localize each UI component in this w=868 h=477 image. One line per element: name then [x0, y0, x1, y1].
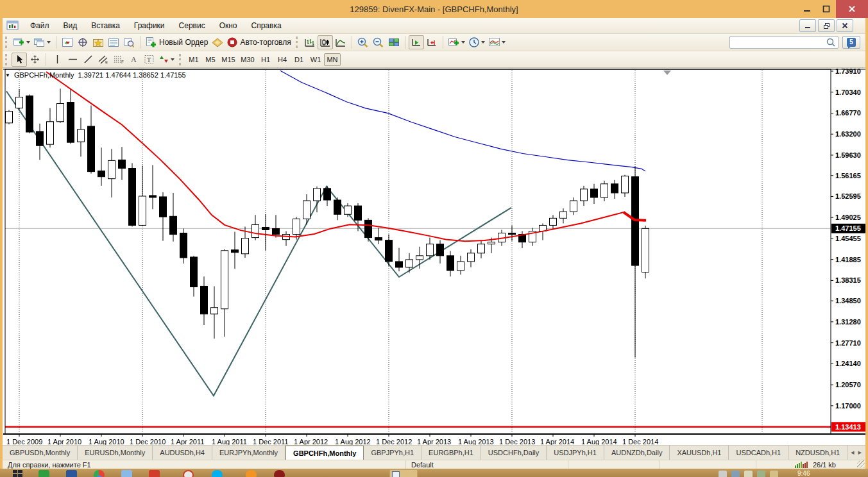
zoom-out-button[interactable]: [371, 35, 386, 49]
timeframe-h1-button[interactable]: H1: [257, 53, 274, 66]
close-button[interactable]: [836, 0, 868, 18]
taskbar-app-icon[interactable]: [246, 470, 257, 477]
chevron-down-icon[interactable]: ▼: [5, 72, 10, 78]
status-profile[interactable]: Default: [406, 460, 568, 469]
price-chart[interactable]: 1.739101.703401.667701.632001.596301.561…: [3, 68, 865, 445]
menu-window[interactable]: Окно: [212, 19, 244, 33]
navigator-button[interactable]: [90, 35, 106, 49]
taskbar-app-icon[interactable]: [38, 470, 49, 477]
taskbar-opera-icon[interactable]: [274, 470, 285, 477]
tab-nzdusdh-h1[interactable]: NZDUSDh,H1: [788, 446, 847, 460]
toolbar-grip[interactable]: [179, 54, 182, 65]
tab-usdcadh-h1[interactable]: USDCADh,H1: [729, 446, 788, 460]
candlestick-chart-button[interactable]: [318, 35, 333, 49]
resize-grip[interactable]: [857, 460, 865, 468]
menu-help[interactable]: Справка: [244, 19, 289, 33]
community-chat-button[interactable]: 5: [842, 36, 860, 49]
terminal-button[interactable]: [106, 35, 121, 49]
taskbar-yandex-icon[interactable]: [149, 470, 160, 477]
tab-xauusdh-h1[interactable]: XAUUSDh,H1: [670, 446, 729, 460]
tab-usdchfh-daily[interactable]: USDCHFh,Daily: [481, 446, 547, 460]
tab-usdjpyh-h1[interactable]: USDJPYh,H1: [547, 446, 604, 460]
search-input[interactable]: [730, 37, 826, 47]
timeframe-mn-button[interactable]: MN: [324, 53, 341, 66]
taskbar-chrome-icon[interactable]: [94, 470, 105, 477]
new-order-button[interactable]: Новый Ордер: [144, 35, 210, 49]
periods-button[interactable]: [467, 35, 487, 49]
tile-windows-button[interactable]: [386, 35, 402, 49]
crosshair-button[interactable]: [27, 53, 42, 67]
tab-eurjpyh-monthly[interactable]: EURJPYh,Monthly: [212, 446, 285, 460]
mdi-close-button[interactable]: [837, 19, 853, 32]
tab-scroll-right-icon[interactable]: ▸: [858, 448, 862, 456]
toolbar-grip[interactable]: [5, 37, 8, 48]
tab-gbpjpyh-h1[interactable]: GBPJPYh,H1: [364, 446, 421, 460]
text-label-button[interactable]: T: [142, 53, 157, 67]
autotrading-button[interactable]: Авто-торговля: [225, 35, 293, 49]
trendline-button[interactable]: [80, 53, 96, 67]
taskbar-word-icon[interactable]: [66, 470, 77, 477]
bar-chart-button[interactable]: [302, 35, 318, 49]
taskbar-skype-icon[interactable]: [212, 470, 223, 477]
chart-area[interactable]: 1.739101.703401.667701.632001.596301.561…: [3, 68, 865, 445]
tab-eurusdh-monthly[interactable]: EURUSDh,Monthly: [78, 446, 153, 460]
chart-shift-button[interactable]: [424, 35, 439, 49]
taskbar-clock[interactable]: 9:46: [797, 470, 810, 477]
start-button[interactable]: [13, 470, 24, 477]
zoom-in-button[interactable]: [355, 35, 371, 49]
tray-icon[interactable]: [744, 471, 753, 477]
menu-insert[interactable]: Вставка: [84, 19, 127, 33]
templates-button[interactable]: [487, 35, 507, 49]
timeframe-d1-button[interactable]: D1: [291, 53, 307, 66]
tab-audusdh-h4[interactable]: AUDUSDh,H4: [153, 446, 212, 460]
tab-scroll-left-icon[interactable]: ◂: [851, 448, 855, 456]
taskbar-app-icon[interactable]: [121, 470, 132, 477]
metaeditor-button[interactable]: [210, 35, 225, 49]
tray-icon[interactable]: [757, 471, 765, 477]
mdi-minimize-button[interactable]: [799, 19, 816, 32]
horizontal-line-button[interactable]: [65, 53, 80, 67]
data-window-button[interactable]: [75, 35, 90, 49]
taskbar-browser-icon[interactable]: [183, 470, 194, 477]
tab-gbpusdh-monthly[interactable]: GBPUSDh,Monthly: [3, 446, 78, 460]
status-connection[interactable]: 26/1 kb: [756, 460, 865, 469]
timeframe-m30-button[interactable]: M30: [238, 53, 257, 66]
menu-charts[interactable]: Графики: [127, 19, 172, 33]
fibonacci-button[interactable]: F: [111, 53, 126, 67]
indicators-button[interactable]: [447, 35, 467, 49]
tray-icon[interactable]: [731, 471, 740, 477]
timeframe-m15-button[interactable]: M15: [219, 53, 238, 66]
market-watch-button[interactable]: [60, 35, 75, 49]
tray-icon[interactable]: [719, 471, 727, 477]
toolbar-grip[interactable]: [5, 54, 8, 65]
tab-gbpchfh-monthly[interactable]: GBPCHFh,Monthly: [285, 446, 364, 460]
os-taskbar[interactable]: 9:46: [0, 469, 868, 477]
arrows-button[interactable]: [157, 53, 176, 67]
tray-icon[interactable]: [770, 471, 778, 477]
search-icon[interactable]: [826, 37, 836, 47]
mdi-restore-button[interactable]: [818, 19, 835, 32]
toolbar-grip[interactable]: [296, 37, 299, 48]
vertical-line-button[interactable]: [49, 53, 65, 67]
new-chart-button[interactable]: [12, 35, 32, 49]
taskbar-mt4-button[interactable]: [389, 469, 418, 477]
profiles-button[interactable]: [32, 35, 53, 49]
title-bar[interactable]: 129859: DivenFX-Main - [GBPCHFh,Monthly]: [0, 0, 868, 18]
menu-tools[interactable]: Сервис: [172, 19, 212, 33]
auto-scroll-button[interactable]: [409, 35, 424, 49]
line-chart-button[interactable]: [333, 35, 348, 49]
equidistant-channel-button[interactable]: E: [96, 53, 111, 67]
cursor-button[interactable]: [12, 53, 27, 67]
minimize-button[interactable]: [797, 0, 817, 18]
strategy-tester-button[interactable]: [121, 35, 137, 49]
menu-file[interactable]: Файл: [23, 19, 56, 33]
tab-eurgbph-h1[interactable]: EURGBPh,H1: [421, 446, 481, 460]
timeframe-w1-button[interactable]: W1: [307, 53, 324, 66]
timeframe-h4-button[interactable]: H4: [274, 53, 291, 66]
text-button[interactable]: A: [126, 53, 142, 67]
maximize-button[interactable]: [817, 0, 836, 18]
timeframe-m1-button[interactable]: M1: [185, 53, 202, 66]
tab-audnzdh-daily[interactable]: AUDNZDh,Daily: [604, 446, 670, 460]
timeframe-m5-button[interactable]: M5: [202, 53, 219, 66]
menu-view[interactable]: Вид: [56, 19, 85, 33]
